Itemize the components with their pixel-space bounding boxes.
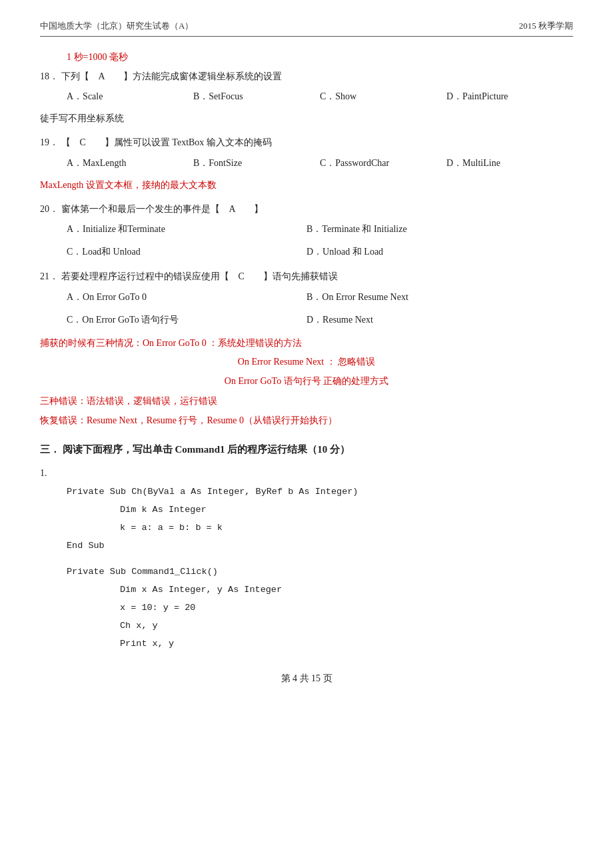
q21-optD: D．Resume Next bbox=[306, 311, 546, 329]
code-block-1: Private Sub Ch(ByVal a As Integer, ByRef… bbox=[67, 483, 573, 653]
page-footer: 第 4 共 15 页 bbox=[40, 673, 573, 685]
q21-optA: A．On Error GoTo 0 bbox=[67, 288, 306, 307]
q18-num: 18． bbox=[40, 71, 59, 81]
q18-body: 下列【 A 】方法能完成窗体逻辑坐标系统的设置 bbox=[61, 71, 282, 81]
q19-optA: A．MaxLength bbox=[67, 154, 193, 173]
q19-text: 19． 【 C 】属性可以设置 TextBox 输入文本的掩码 bbox=[40, 134, 573, 151]
code1-spacer bbox=[67, 555, 573, 563]
section3-title: 三． 阅读下面程序，写出单击 Command1 后的程序运行结果（10 分） bbox=[40, 443, 573, 456]
code-label: 1. bbox=[40, 468, 573, 479]
q21-note1: 捕获的时候有三种情况：On Error GoTo 0 ：系统处理错误的方法 bbox=[40, 335, 573, 353]
q20-optD: D．Unload 和 Load bbox=[306, 243, 546, 261]
code1-line9: Ch x, y bbox=[120, 617, 573, 635]
q19-num: 19． bbox=[40, 137, 59, 147]
q20-optA: A．Initialize 和Terminate bbox=[67, 220, 306, 239]
q19-body: 【 C 】属性可以设置 TextBox 输入文本的掩码 bbox=[61, 137, 272, 147]
q19-options: A．MaxLength B．FontSize C．PasswordChar D．… bbox=[67, 154, 573, 173]
q21-body: 若要处理程序运行过程中的错误应使用【 C 】语句先捕获错误 bbox=[61, 271, 338, 281]
q21-num: 21． bbox=[40, 271, 59, 281]
question-18: 18． 下列【 A 】方法能完成窗体逻辑坐标系统的设置 A．Scale B．Se… bbox=[40, 68, 573, 128]
code1-line1: Private Sub Ch(ByVal a As Integer, ByRef… bbox=[67, 483, 573, 501]
q20-body: 窗体第一个和最后一个发生的事件是【 A 】 bbox=[61, 204, 263, 214]
q21-text: 21． 若要处理程序运行过程中的错误应使用【 C 】语句先捕获错误 bbox=[40, 268, 573, 285]
header-right: 2015 秋季学期 bbox=[519, 20, 573, 32]
code1-line2: Dim k As Integer bbox=[120, 501, 573, 519]
q21-options-row1: A．On Error GoTo 0 B．On Error Resume Next bbox=[67, 288, 573, 307]
q20-options-row2: C．Load和 Unload D．Unload 和 Load bbox=[67, 243, 573, 261]
page-header: 中国地质大学（北京）研究生试卷（A） 2015 秋季学期 bbox=[40, 20, 573, 37]
footer-text: 第 4 共 15 页 bbox=[281, 673, 332, 683]
question-20: 20． 窗体第一个和最后一个发生的事件是【 A 】 A．Initialize 和… bbox=[40, 201, 573, 261]
code1-line8: x = 10: y = 20 bbox=[120, 599, 573, 617]
code1-line6: Private Sub Command1_Click() bbox=[67, 563, 573, 581]
code1-line10: Print x, y bbox=[120, 635, 573, 653]
q21-optB: B．On Error Resume Next bbox=[306, 288, 546, 307]
code1-line4: End Sub bbox=[67, 537, 573, 555]
q18-note: 徒手写不用坐标系统 bbox=[40, 110, 573, 128]
q20-options-row1: A．Initialize 和Terminate B．Terminate 和 In… bbox=[67, 220, 573, 239]
q18-text: 18． 下列【 A 】方法能完成窗体逻辑坐标系统的设置 bbox=[40, 68, 573, 85]
q18-optB: B．SetFocus bbox=[193, 87, 320, 106]
code1-label: 1. bbox=[40, 468, 47, 478]
q20-text: 20． 窗体第一个和最后一个发生的事件是【 A 】 bbox=[40, 201, 573, 217]
q21-note5: 恢复错误：Resume Next，Resume 行号，Resume 0（从错误行… bbox=[40, 412, 573, 430]
q19-optC: C．PasswordChar bbox=[320, 154, 446, 173]
q18-optC: C．Show bbox=[320, 87, 446, 106]
q21-note2: On Error Resume Next ： 忽略错误 bbox=[40, 353, 573, 371]
q19-optD: D．MultiLine bbox=[446, 154, 573, 173]
question-21: 21． 若要处理程序运行过程中的错误应使用【 C 】语句先捕获错误 A．On E… bbox=[40, 268, 573, 429]
header-left: 中国地质大学（北京）研究生试卷（A） bbox=[40, 20, 193, 32]
q18-options: A．Scale B．SetFocus C．Show D．PaintPicture bbox=[67, 87, 573, 106]
q18-optA: A．Scale bbox=[67, 87, 193, 106]
question-19: 19． 【 C 】属性可以设置 TextBox 输入文本的掩码 A．MaxLen… bbox=[40, 134, 573, 194]
q21-optC: C．On Error GoTo 语句行号 bbox=[67, 311, 306, 329]
q20-optB: B．Terminate 和 Initialize bbox=[306, 220, 546, 239]
q21-note4: 三种错误：语法错误，逻辑错误，运行错误 bbox=[40, 393, 573, 411]
page: 中国地质大学（北京）研究生试卷（A） 2015 秋季学期 1 秒=1000 毫秒… bbox=[0, 0, 613, 868]
q19-note: MaxLength 设置文本框，接纳的最大文本数 bbox=[40, 177, 573, 195]
q20-optC: C．Load和 Unload bbox=[67, 243, 306, 261]
q21-note3: On Error GoTo 语句行号 正确的处理方式 bbox=[40, 373, 573, 391]
code1-line7: Dim x As Integer, y As Integer bbox=[120, 581, 573, 599]
q21-options-row2: C．On Error GoTo 语句行号 D．Resume Next bbox=[67, 311, 573, 329]
code1-line3: k = a: a = b: b = k bbox=[120, 519, 573, 537]
note-top: 1 秒=1000 毫秒 bbox=[67, 49, 573, 67]
q18-optD: D．PaintPicture bbox=[446, 87, 573, 106]
q20-num: 20． bbox=[40, 204, 59, 214]
q19-optB: B．FontSize bbox=[193, 154, 320, 173]
